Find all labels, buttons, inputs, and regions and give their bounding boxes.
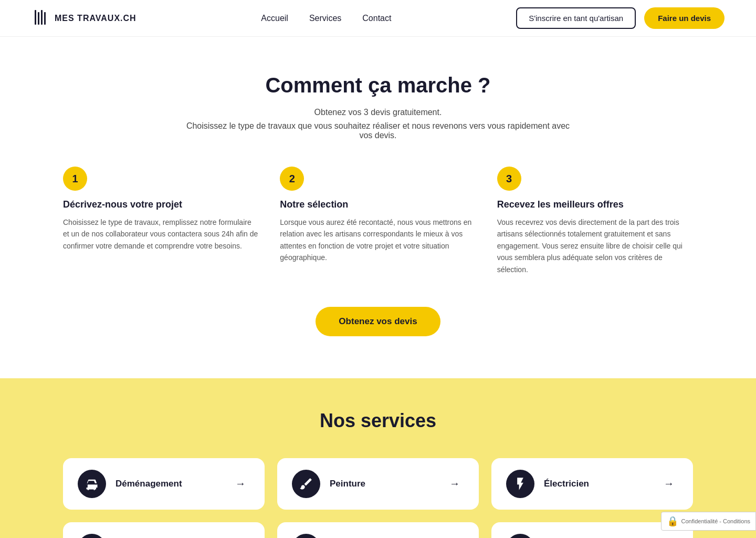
service-card-architecte[interactable]: Architecte d'interieur → <box>277 522 479 538</box>
page-title: Comment ça marche ? <box>42 74 714 97</box>
step-1-description: Choisissez le type de travaux, remplisse… <box>63 216 259 252</box>
svg-point-5 <box>94 488 96 490</box>
logo-icon <box>32 8 50 29</box>
steps-container: 1 Décrivez-nous votre projet Choisissez … <box>63 167 693 275</box>
register-artisan-button[interactable]: S'inscrire en tant qu'artisan <box>516 7 636 29</box>
step-3-number: 3 <box>497 167 521 191</box>
nav-item-contact[interactable]: Contact <box>362 14 391 23</box>
how-it-works-section: Comment ça marche ? Obtenez vos 3 devis … <box>0 37 756 378</box>
demenagement-arrow-button[interactable]: → <box>231 474 250 493</box>
step-3-description: Vous recevrez vos devis directement de l… <box>497 216 693 275</box>
svg-rect-0 <box>35 10 36 25</box>
nav-links: Accueil Services Contact <box>261 14 391 23</box>
electricien-arrow-button[interactable]: → <box>659 474 678 493</box>
svg-point-4 <box>88 488 90 490</box>
step-1-number: 1 <box>63 167 87 191</box>
demenagement-icon <box>78 470 106 498</box>
peinture-arrow-button[interactable]: → <box>445 474 464 493</box>
service-card-electricien[interactable]: Électricien → <box>491 458 693 510</box>
jardinier-icon <box>78 534 106 538</box>
service-card-demenagement[interactable]: Déménagement → <box>63 458 265 510</box>
service-name-electricien: Électricien <box>544 479 589 489</box>
nav-actions: S'inscrire en tant qu'artisan Faire un d… <box>516 7 724 29</box>
logo[interactable]: MES TRAVAUX.CH <box>32 8 136 29</box>
nav-item-accueil[interactable]: Accueil <box>261 14 288 23</box>
step-2: 2 Notre sélection Lorsque vous aurez été… <box>280 167 476 275</box>
step-2-description: Lorsque vous aurez été recontacté, nous … <box>280 216 476 264</box>
cta-section: Obtenez vos devis <box>42 307 714 336</box>
architecte-icon <box>292 534 320 538</box>
obtenez-devis-button[interactable]: Obtenez vos devis <box>316 307 440 336</box>
svg-rect-3 <box>44 12 46 25</box>
recaptcha-text: Confidentialité - Conditions <box>681 518 750 524</box>
recaptcha-logo: 🔒 <box>667 515 678 527</box>
nav-item-services[interactable]: Services <box>309 14 341 23</box>
step-3-title: Recevez les meilleurs offres <box>497 199 693 210</box>
logo-text: MES TRAVAUX.CH <box>55 14 136 23</box>
step-2-title: Notre sélection <box>280 199 476 210</box>
main-description: Choisissez le type de travaux que vous s… <box>181 121 575 140</box>
faire-devis-button[interactable]: Faire un devis <box>644 7 724 29</box>
step-1: 1 Décrivez-nous votre projet Choisissez … <box>63 167 259 275</box>
svg-rect-1 <box>38 12 39 25</box>
electricien-icon <box>506 470 534 498</box>
service-name-demenagement: Déménagement <box>116 479 182 489</box>
step-2-number: 2 <box>280 167 304 191</box>
step-3: 3 Recevez les meilleurs offres Vous rece… <box>497 167 693 275</box>
svg-rect-2 <box>41 10 43 25</box>
recaptcha-badge: 🔒 Confidentialité - Conditions <box>661 512 756 531</box>
main-subtitle: Obtenez vos 3 devis gratuitement. <box>42 108 714 117</box>
service-card-jardinier[interactable]: Jardinier / Paysagiste → <box>63 522 265 538</box>
peinture-icon <box>292 470 320 498</box>
step-1-title: Décrivez-nous votre projet <box>63 199 259 210</box>
services-section: Nos services Déménagement → <box>0 378 756 538</box>
services-grid: Déménagement → Peinture → <box>63 458 693 538</box>
services-title: Nos services <box>42 410 714 432</box>
sanitaire-icon <box>506 534 534 538</box>
navbar: MES TRAVAUX.CH Accueil Services Contact … <box>0 0 756 37</box>
service-card-peinture[interactable]: Peinture → <box>277 458 479 510</box>
service-name-peinture: Peinture <box>330 479 365 489</box>
